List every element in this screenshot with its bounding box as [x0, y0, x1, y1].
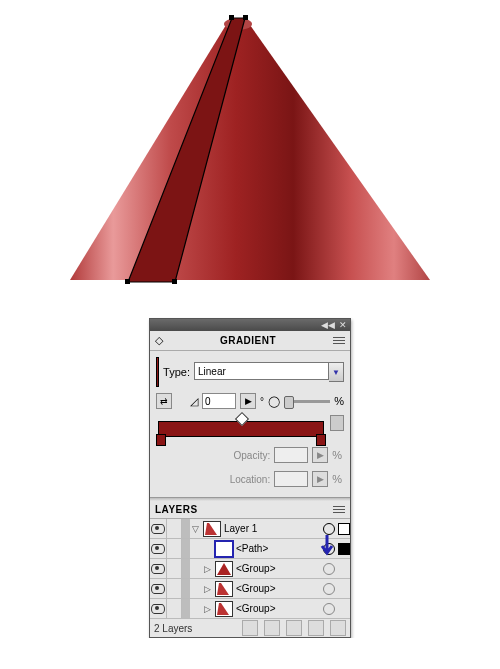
location-label: Location:	[218, 474, 270, 485]
disclosure-icon[interactable]: ▷	[202, 604, 212, 614]
layers-panel-title: LAYERS	[155, 504, 198, 515]
svg-rect-3	[172, 279, 177, 284]
layer-row[interactable]: <Path>	[150, 539, 350, 559]
eye-icon	[151, 544, 165, 554]
layer-name[interactable]: <Group>	[236, 603, 320, 614]
visibility-toggle[interactable]	[150, 599, 167, 618]
panel-tabbar[interactable]: ◀◀ ✕	[150, 319, 350, 331]
selection-box[interactable]	[338, 523, 350, 535]
gradient-panel-title: GRADIENT	[220, 335, 276, 346]
pct-symbol-3: %	[332, 473, 342, 485]
layer-thumb	[215, 601, 233, 617]
target-icon[interactable]	[323, 563, 335, 575]
aspect-icon: ◯	[268, 395, 280, 408]
disclosure-icon[interactable]: ▷	[202, 584, 212, 594]
layer-thumb	[215, 561, 233, 577]
delete-stop-icon[interactable]	[330, 415, 344, 431]
angle-unit: °	[260, 396, 264, 407]
layer-row[interactable]: ▷ <Group>	[150, 599, 350, 619]
locate-object-icon[interactable]	[242, 620, 258, 636]
cone-group	[70, 22, 430, 281]
visibility-toggle[interactable]	[150, 539, 167, 558]
layer-name[interactable]: <Path>	[236, 543, 320, 554]
panel-menu-icon[interactable]	[333, 336, 345, 346]
type-label: Type:	[163, 366, 190, 378]
delete-layer-icon[interactable]	[330, 620, 346, 636]
gradient-type-value[interactable]	[194, 362, 329, 380]
gradient-midpoint[interactable]	[235, 412, 249, 426]
location-input	[274, 471, 308, 487]
pct-symbol-2: %	[332, 449, 342, 461]
layer-row[interactable]: ▷ <Group>	[150, 579, 350, 599]
layers-panel-header[interactable]: LAYERS	[150, 501, 350, 519]
angle-stepper[interactable]: ▶	[240, 393, 256, 409]
opacity-stepper: ▶	[312, 447, 328, 463]
eye-icon	[151, 564, 165, 574]
angle-icon: ◿	[190, 395, 198, 408]
layers-panel-footer: 2 Layers	[150, 619, 350, 637]
layer-name[interactable]: <Group>	[236, 583, 320, 594]
pct-symbol-1: %	[334, 395, 344, 407]
gradient-panel-header[interactable]: ◇ GRADIENT	[150, 331, 350, 351]
lock-toggle[interactable]	[167, 539, 182, 558]
svg-rect-1	[243, 15, 248, 20]
layer-color	[182, 519, 190, 538]
layer-color	[182, 579, 190, 598]
gradient-stop-left[interactable]	[156, 434, 166, 446]
new-sublayer-icon[interactable]	[286, 620, 302, 636]
length-slider[interactable]	[284, 397, 330, 405]
layer-count: 2 Layers	[154, 623, 192, 634]
disclosure-icon[interactable]: ▷	[202, 564, 212, 574]
disclosure-icon[interactable]: ▽	[190, 524, 200, 534]
layer-thumb	[215, 541, 233, 557]
lock-toggle[interactable]	[167, 559, 182, 578]
eye-icon	[151, 604, 165, 614]
angle-input[interactable]	[202, 393, 236, 409]
panel-menu-icon[interactable]	[333, 505, 345, 515]
layer-color	[182, 539, 190, 558]
layer-thumb	[215, 581, 233, 597]
gradient-panel-body: Type: ▼ ⇄ ◿ ▶ ° ◯ %	[150, 351, 350, 498]
gradient-stop-right[interactable]	[316, 434, 326, 446]
gradient-swatch[interactable]	[156, 357, 159, 387]
svg-rect-0	[229, 15, 234, 20]
lock-toggle[interactable]	[167, 599, 182, 618]
opacity-input	[274, 447, 308, 463]
svg-rect-2	[125, 279, 130, 284]
collapse-icon[interactable]: ◀◀	[321, 321, 335, 330]
location-stepper: ▶	[312, 471, 328, 487]
target-icon[interactable]	[323, 583, 335, 595]
gradient-type-select[interactable]: ▼	[194, 362, 344, 382]
lock-toggle[interactable]	[167, 519, 182, 538]
layer-name[interactable]: <Group>	[236, 563, 320, 574]
eye-icon	[151, 524, 165, 534]
lock-toggle[interactable]	[167, 579, 182, 598]
panel-stack: ◀◀ ✕ ◇ GRADIENT Type: ▼ ⇄ ◿ ▶ ° ◯ %	[149, 318, 351, 638]
layer-thumb	[203, 521, 221, 537]
visibility-toggle[interactable]	[150, 579, 167, 598]
annotation-arrow-icon	[320, 533, 334, 559]
reverse-gradient-icon[interactable]: ⇄	[156, 393, 172, 409]
visibility-toggle[interactable]	[150, 519, 167, 538]
close-icon[interactable]: ✕	[339, 321, 347, 330]
layer-color	[182, 559, 190, 578]
make-clipping-mask-icon[interactable]	[264, 620, 280, 636]
visibility-toggle[interactable]	[150, 559, 167, 578]
new-layer-icon[interactable]	[308, 620, 324, 636]
layers-list: ▽ Layer 1 <Path> ▷ <Group>	[150, 519, 350, 619]
layer-row[interactable]: ▷ <Group>	[150, 559, 350, 579]
eye-icon	[151, 584, 165, 594]
artwork-svg	[0, 0, 500, 300]
gradient-toggle-icon[interactable]: ◇	[155, 334, 163, 347]
layer-name[interactable]: Layer 1	[224, 523, 320, 534]
layer-color	[182, 599, 190, 618]
gradient-ramp[interactable]	[158, 421, 324, 437]
selection-box[interactable]	[338, 543, 350, 555]
dropdown-icon[interactable]: ▼	[329, 362, 344, 382]
opacity-label: Opacity:	[218, 450, 270, 461]
target-icon[interactable]	[323, 603, 335, 615]
artboard	[0, 0, 500, 300]
